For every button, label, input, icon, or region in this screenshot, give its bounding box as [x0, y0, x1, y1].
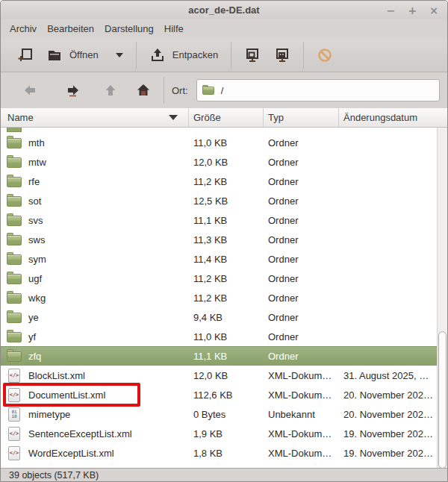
table-row[interactable]: zfq11,1 KBOrdner: [1, 346, 438, 366]
file-size: 11,2 KB: [189, 176, 264, 187]
folder-icon: [7, 194, 23, 208]
file-type: Ordner: [264, 312, 339, 323]
file-name: sym: [28, 254, 46, 265]
open-button-label: Öffnen: [69, 49, 99, 60]
file-type: Ordner: [264, 215, 339, 226]
column-header-label: Name: [7, 112, 34, 123]
file-list: mth11,0 KBOrdnermtw12,0 KBOrdnerrfe11,2 …: [1, 128, 438, 463]
column-header-row: Name Größe Typ Änderungsdatum: [1, 108, 447, 128]
back-arrow-icon: [22, 82, 38, 98]
folder-icon: [202, 85, 215, 96]
file-name: mimetype: [28, 409, 70, 420]
file-type: Ordner: [264, 157, 339, 168]
file-name-cell: </>DocumentList.xml: [1, 388, 189, 402]
column-header-date[interactable]: Änderungsdatum: [339, 108, 447, 127]
file-name: WordExceptList.xml: [28, 448, 114, 459]
table-row[interactable]: sws11,3 KBOrdner: [1, 230, 438, 249]
file-size: 11,0 KB: [189, 331, 264, 342]
table-row[interactable]: mtw12,0 KBOrdner: [1, 152, 438, 172]
column-header-name[interactable]: Name: [1, 108, 189, 127]
file-size: 11,1 KB: [189, 351, 264, 362]
file-name-cell: rfe: [1, 175, 189, 189]
menu-item-archiv[interactable]: Archiv: [4, 21, 42, 37]
menu-item-hilfe[interactable]: Hilfe: [159, 21, 189, 37]
folder-icon: [7, 213, 23, 228]
table-row[interactable]: </>DocumentList.xml112,6 KBXML-Dokum…20.…: [1, 385, 438, 404]
view-file-button[interactable]: [237, 43, 267, 67]
table-row[interactable]: sym11,4 KBOrdner: [1, 249, 438, 269]
table-row[interactable]: ugf11,2 KBOrdner: [1, 269, 438, 288]
up-arrow-icon: [102, 82, 119, 98]
file-name-cell: 0110mimetype: [1, 407, 189, 422]
folder-icon: [7, 136, 23, 150]
file-size: 11,2 KB: [189, 292, 264, 304]
forward-arrow-icon: [65, 82, 81, 98]
maximize-button[interactable]: +: [408, 5, 417, 16]
column-header-size[interactable]: Größe: [189, 108, 264, 127]
xml-file-icon: </>: [7, 388, 23, 402]
archive-manager-window: acor_de-DE.dat − + × ArchivBearbeitenDar…: [0, 0, 448, 482]
table-row[interactable]: sot12,5 KBOrdner: [1, 191, 438, 210]
menu-item-bearbeiten[interactable]: Bearbeiten: [42, 21, 99, 37]
file-size: 0 Bytes: [189, 409, 264, 420]
file-name-cell: ye: [1, 310, 189, 325]
stop-button: [310, 43, 340, 67]
column-header-type[interactable]: Typ: [264, 108, 339, 127]
file-name-cell: yf: [1, 330, 189, 344]
menu-bar: ArchivBearbeitenDarstellungHilfe: [1, 19, 447, 38]
table-row[interactable]: 0110mimetype0 BytesUnbekannt20. November…: [1, 404, 438, 424]
open-archive-button[interactable]: Öffnen: [40, 43, 130, 67]
table-row[interactable]: </>BlockList.xml12,0 KBXML-Dokum…31. Aug…: [1, 366, 438, 385]
table-row[interactable]: </>SentenceExceptList.xml1,9 KBXML-Dokum…: [1, 424, 438, 443]
folder-icon: [7, 310, 23, 325]
extract-button[interactable]: Entpacken: [143, 43, 225, 67]
file-type: Ordner: [264, 331, 339, 342]
file-type: Ordner: [264, 195, 339, 207]
file-size: 1,8 KB: [189, 448, 264, 459]
new-archive-button[interactable]: [11, 43, 40, 67]
file-size: 11,1 KB: [189, 215, 264, 226]
file-date: 20. November 202…: [339, 389, 438, 401]
file-size: 11,4 KB: [189, 254, 264, 265]
scrollbar-thumb[interactable]: [438, 331, 447, 468]
file-size: 11,3 KB: [189, 234, 264, 245]
file-type: Ordner: [264, 176, 339, 187]
folder-icon: [7, 128, 22, 132]
file-name-cell: ugf: [1, 272, 189, 286]
menu-item-darstellung[interactable]: Darstellung: [99, 21, 159, 37]
vertical-scrollbar[interactable]: [437, 128, 447, 468]
file-date: 20. November 202…: [339, 409, 438, 420]
file-name: sot: [28, 195, 41, 207]
table-row[interactable]: ye9,4 KBOrdner: [1, 307, 438, 327]
xml-file-icon: </>: [7, 369, 23, 383]
xml-file-icon: </>: [7, 446, 23, 460]
file-name-cell: mth: [1, 136, 189, 150]
sort-descending-icon: [169, 115, 178, 120]
close-button[interactable]: ×: [429, 5, 438, 16]
title-bar[interactable]: acor_de-DE.dat − + ×: [1, 1, 447, 19]
table-row[interactable]: </>WordExceptList.xml1,8 KBXML-Dokum…19.…: [1, 443, 438, 463]
table-row[interactable]: yf11,0 KBOrdner: [1, 327, 438, 346]
table-row[interactable]: rfe11,2 KBOrdner: [1, 172, 438, 191]
binary-file-icon: 0110: [7, 407, 23, 422]
column-header-label: Änderungsdatum: [343, 112, 417, 123]
file-size: 11,2 KB: [189, 273, 264, 284]
file-name-cell: </>WordExceptList.xml: [1, 446, 189, 460]
file-name: mth: [28, 137, 45, 148]
location-label: Ort:: [172, 85, 188, 96]
extract-icon: [149, 47, 166, 63]
location-input[interactable]: /: [196, 79, 440, 101]
file-name: rfe: [28, 176, 40, 187]
file-list-view: mth11,0 KBOrdnermtw12,0 KBOrdnerrfe11,2 …: [1, 128, 447, 468]
open-with-button[interactable]: [267, 43, 297, 67]
table-row[interactable]: wkg11,2 KBOrdner: [1, 288, 438, 307]
home-button[interactable]: [132, 79, 155, 101]
minimize-button[interactable]: −: [387, 5, 396, 16]
table-row[interactable]: mth11,0 KBOrdner: [1, 133, 438, 152]
file-name-cell: </>BlockList.xml: [1, 369, 189, 383]
forward-button[interactable]: [62, 79, 84, 101]
table-row[interactable]: svs11,1 KBOrdner: [1, 210, 438, 230]
status-text: 39 objects (517,7 KB): [9, 470, 99, 481]
folder-icon: [7, 175, 23, 189]
file-name-cell: wkg: [1, 291, 189, 305]
